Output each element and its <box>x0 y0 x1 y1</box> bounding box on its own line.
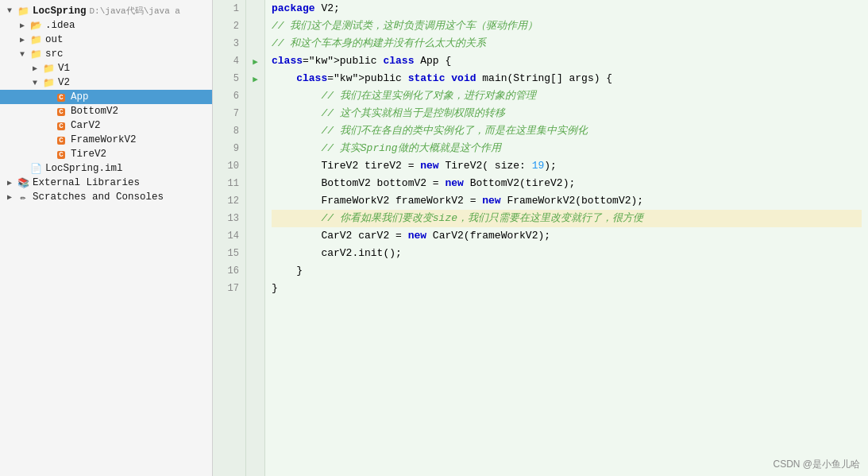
gutter-9 <box>246 140 264 157</box>
sidebar-item-locuspring-iml[interactable]: 📄LocSpring.iml <box>0 161 212 176</box>
gutter-4: ▶ <box>246 52 264 70</box>
sidebar-item-src[interactable]: 📁src <box>0 47 212 61</box>
line-num-14: 14 <box>219 227 239 245</box>
label-bottomv2: BottomV2 <box>71 106 118 117</box>
sidebar-item-v1[interactable]: 📁V1 <box>0 61 212 75</box>
sidebar-item-v2[interactable]: 📁V2 <box>0 75 212 90</box>
gutter-3 <box>246 35 264 52</box>
code-content[interactable]: package V2;// 我们这个是测试类，这时负责调用这个车（驱动作用）//… <box>265 0 868 476</box>
sidebar-item-frameworkv2[interactable]: CFrameWorkV2 <box>0 133 212 147</box>
code-gutter: ▶▶ <box>246 0 265 476</box>
gutter-13 <box>246 210 264 227</box>
arrow-v2 <box>29 79 41 87</box>
line-num-17: 17 <box>219 280 239 297</box>
icon-idea: 📂 <box>29 20 43 31</box>
icon-ext-lib: 📚 <box>16 177 30 188</box>
gutter-2 <box>246 17 264 35</box>
code-line-14: CarV2 carV2 = new CarV2(frameWorkV2); <box>272 227 862 245</box>
label-v1: V1 <box>58 63 70 74</box>
line-num-4: 4 <box>219 52 239 70</box>
line-num-12: 12 <box>219 192 239 210</box>
line-num-13: 13 <box>219 210 239 227</box>
line-num-5: 5 <box>219 70 239 87</box>
code-line-8: // 我们不在各自的类中实例化了，而是在这里集中实例化 <box>272 122 862 140</box>
sidebar-item-tirev2[interactable]: CTireV2 <box>0 147 212 161</box>
project-root-icon: 📁 <box>16 6 30 17</box>
icon-v1: 📁 <box>41 63 56 74</box>
label-out: out <box>45 34 64 45</box>
icon-src: 📁 <box>29 48 43 60</box>
line-num-9: 9 <box>219 140 239 157</box>
line-num-7: 7 <box>219 105 239 122</box>
code-line-11: BottomV2 bottomV2 = new BottomV2(tireV2)… <box>272 175 862 192</box>
line-num-3: 3 <box>219 35 239 52</box>
arrow-idea <box>16 21 29 30</box>
line-num-16: 16 <box>219 262 239 280</box>
sidebar-item-scratches[interactable]: ✏️Scratches and Consoles <box>0 190 212 204</box>
code-line-6: // 我们在这里实例化了对象，进行对象的管理 <box>272 87 862 105</box>
icon-bottomv2: C <box>54 106 68 117</box>
line-num-15: 15 <box>219 245 239 262</box>
arrow-src <box>16 50 29 59</box>
gutter-1 <box>246 0 264 17</box>
code-line-5: class="kw">public static void main(Strin… <box>272 70 862 87</box>
sidebar-item-ext-lib[interactable]: 📚External Libraries <box>0 176 212 190</box>
arrow-v1 <box>29 64 41 73</box>
label-carv2: CarV2 <box>71 120 101 131</box>
icon-v2: 📁 <box>41 77 56 88</box>
line-num-1: 1 <box>219 0 239 17</box>
project-sidebar[interactable]: 📁 LocSpring D:\java代码\java a 📂.idea📁out📁… <box>0 0 213 476</box>
sidebar-item-bottomv2[interactable]: CBottomV2 <box>0 104 212 118</box>
sidebar-item-app[interactable]: CApp <box>0 90 212 104</box>
code-line-10: TireV2 tireV2 = new TireV2( size: 19); <box>272 157 862 175</box>
code-line-13: // 你看如果我们要改变size，我们只需要在这里改变就行了，很方便 <box>272 210 862 227</box>
icon-app: C <box>54 91 68 103</box>
watermark: CSDN @是小鱼儿哈 <box>773 458 860 471</box>
code-line-3: // 和这个车本身的构建并没有什么太大的关系 <box>272 35 862 52</box>
code-line-17: } <box>272 280 862 297</box>
code-line-1: package V2; <box>272 0 862 17</box>
gutter-15 <box>246 245 264 262</box>
gutter-12 <box>246 192 264 210</box>
icon-tirev2: C <box>54 149 68 160</box>
label-tirev2: TireV2 <box>71 149 106 160</box>
icon-scratches: ✏️ <box>16 192 30 203</box>
code-line-9: // 其实Spring做的大概就是这个作用 <box>272 140 862 157</box>
gutter-14 <box>246 227 264 245</box>
gutter-6 <box>246 87 264 105</box>
gutter-8 <box>246 122 264 140</box>
code-line-16: } <box>272 262 862 280</box>
icon-frameworkv2: C <box>54 134 68 145</box>
code-line-12: FrameWorkV2 frameWorkV2 = new FrameWorkV… <box>272 192 862 210</box>
project-root[interactable]: 📁 LocSpring D:\java代码\java a <box>0 3 212 18</box>
code-line-15: carV2.init(); <box>272 245 862 262</box>
line-num-10: 10 <box>219 157 239 175</box>
project-path: D:\java代码\java a <box>90 5 180 17</box>
project-root-arrow <box>3 6 16 15</box>
label-idea: .idea <box>45 20 75 31</box>
project-name: LocSpring <box>33 6 87 17</box>
code-editor: 1234567891011121314151617 ▶▶ package V2;… <box>213 0 868 476</box>
icon-out: 📁 <box>29 34 43 45</box>
gutter-5: ▶ <box>246 70 264 87</box>
gutter-16 <box>246 262 264 280</box>
icon-locuspring-iml: 📄 <box>29 163 43 174</box>
label-v2: V2 <box>58 77 70 88</box>
gutter-17 <box>246 280 264 297</box>
line-num-8: 8 <box>219 122 239 140</box>
line-num-11: 11 <box>219 175 239 192</box>
line-num-2: 2 <box>219 17 239 35</box>
arrow-out <box>16 35 29 45</box>
label-app: App <box>71 91 89 103</box>
label-src: src <box>45 48 64 60</box>
line-numbers: 1234567891011121314151617 <box>213 0 246 476</box>
sidebar-item-carv2[interactable]: CCarV2 <box>0 118 212 133</box>
sidebar-item-out[interactable]: 📁out <box>0 33 212 47</box>
gutter-10 <box>246 157 264 175</box>
code-line-7: // 这个其实就相当于是控制权限的转移 <box>272 105 862 122</box>
code-line-4: class="kw">public class App { <box>272 52 862 70</box>
arrow-ext-lib <box>3 178 16 188</box>
line-num-6: 6 <box>219 87 239 105</box>
sidebar-item-idea[interactable]: 📂.idea <box>0 18 212 33</box>
label-scratches: Scratches and Consoles <box>33 192 164 203</box>
